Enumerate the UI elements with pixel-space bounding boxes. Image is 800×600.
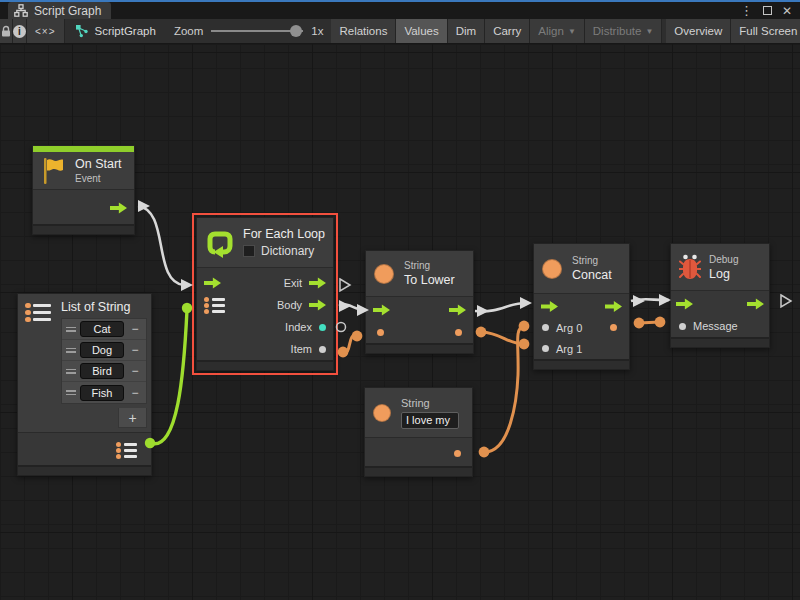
- lock-button[interactable]: [0, 19, 13, 43]
- node-ports: Message: [671, 291, 769, 337]
- string-output-port[interactable]: [455, 329, 462, 336]
- node-category: Debug: [709, 254, 738, 265]
- remove-item-button[interactable]: −: [128, 364, 142, 378]
- drag-handle-icon[interactable]: [66, 327, 76, 332]
- graph-toolbar: i <×> ScriptGraph Zoom 1x Relations V: [0, 19, 800, 44]
- string-type-icon: [373, 404, 391, 422]
- tab-title: Script Graph: [34, 4, 101, 18]
- values-button[interactable]: Values: [396, 19, 447, 43]
- node-for-each-loop[interactable]: For Each Loop Dictionary Exit: [196, 217, 334, 371]
- string-value-input[interactable]: [401, 412, 459, 429]
- remove-item-button[interactable]: −: [128, 386, 142, 400]
- item-output-port[interactable]: [319, 346, 326, 353]
- list-editor: Cat − Dog − Bird −: [61, 318, 147, 404]
- list-output-port[interactable]: [116, 440, 137, 461]
- flow-output-port[interactable]: [110, 202, 127, 214]
- zoom-control: Zoom 1x: [166, 19, 332, 43]
- add-item-button[interactable]: +: [118, 408, 147, 428]
- node-header: String To Lower: [366, 251, 473, 297]
- zoom-slider[interactable]: [211, 25, 303, 37]
- node-debug-log[interactable]: Debug Log Message: [670, 243, 770, 348]
- toolbar-toggles: Relations Values Dim Carry Align ▼ Distr…: [331, 19, 800, 43]
- list-input-port[interactable]: [204, 295, 225, 316]
- string-output-port[interactable]: [454, 450, 461, 457]
- flag-icon: [41, 156, 65, 186]
- node-string-concat[interactable]: String Concat Arg 0 Arg 1: [533, 243, 630, 370]
- node-ports: [33, 190, 134, 224]
- window-controls: ⋮ ✕: [740, 2, 800, 19]
- flow-input-port[interactable]: [541, 301, 558, 313]
- node-string-literal[interactable]: String: [364, 387, 473, 477]
- exit-output-port[interactable]: [309, 277, 326, 289]
- list-item-field[interactable]: Cat: [80, 321, 124, 337]
- inspect-button[interactable]: i: [13, 19, 27, 43]
- list-icon: [24, 300, 51, 325]
- dim-button[interactable]: Dim: [448, 19, 485, 43]
- list-item-row: Bird −: [62, 361, 146, 382]
- port-label: Arg 1: [556, 343, 582, 355]
- flow-output-port[interactable]: [605, 301, 622, 313]
- carry-button[interactable]: Carry: [485, 19, 530, 43]
- node-ports: [365, 438, 472, 466]
- string-type-icon: [542, 259, 562, 279]
- port-label: Arg 0: [556, 322, 582, 334]
- node-list-of-string[interactable]: List of String Cat − Dog −: [17, 293, 152, 476]
- node-footer: [33, 224, 134, 234]
- unconnected-exit-marker: [340, 279, 350, 291]
- node-title: To Lower: [404, 273, 455, 287]
- node-on-start[interactable]: On Start Event: [32, 145, 135, 235]
- message-input-port[interactable]: [679, 323, 686, 330]
- wire-onstart-to-foreach: [138, 200, 193, 291]
- graph-tab-icon: [14, 4, 28, 17]
- result-output-port[interactable]: [610, 324, 617, 331]
- zoom-slider-thumb[interactable]: [290, 25, 302, 37]
- node-header: List of String Cat − Dog −: [18, 294, 151, 433]
- arg1-input-port[interactable]: [542, 345, 549, 352]
- align-dropdown[interactable]: Align ▼: [530, 19, 585, 43]
- node-category: String: [572, 255, 612, 266]
- node-string-to-lower[interactable]: String To Lower: [365, 250, 474, 354]
- list-item-row: Cat −: [62, 319, 146, 340]
- script-graph-icon: [75, 24, 89, 38]
- list-item-field[interactable]: Fish: [80, 385, 124, 401]
- drag-handle-icon[interactable]: [66, 369, 76, 374]
- body-output-port[interactable]: [309, 299, 326, 311]
- tab-script-graph[interactable]: Script Graph: [8, 2, 111, 19]
- list-item-field[interactable]: Dog: [80, 342, 124, 358]
- index-output-port[interactable]: [319, 324, 326, 331]
- dictionary-checkbox[interactable]: [243, 245, 255, 257]
- drag-handle-icon[interactable]: [66, 390, 76, 395]
- port-label: Exit: [284, 277, 302, 289]
- graph-canvas[interactable]: On Start Event List of String: [0, 44, 800, 600]
- flow-input-port[interactable]: [204, 277, 221, 289]
- node-header: String: [365, 388, 472, 438]
- relations-button[interactable]: Relations: [331, 19, 396, 43]
- graph-reference[interactable]: ScriptGraph: [65, 19, 166, 43]
- string-input-port[interactable]: [377, 329, 384, 336]
- flow-input-port[interactable]: [373, 304, 390, 316]
- close-icon[interactable]: ✕: [782, 5, 792, 17]
- drag-handle-icon[interactable]: [66, 348, 76, 353]
- arg0-input-port[interactable]: [542, 324, 549, 331]
- window-menu-icon[interactable]: ⋮: [740, 4, 753, 17]
- node-header: Debug Log: [671, 244, 769, 291]
- titlebar: Script Graph ⋮ ✕: [0, 2, 800, 19]
- flow-input-port[interactable]: [676, 298, 693, 310]
- chevron-down-icon: ▼: [645, 27, 653, 36]
- maximize-icon[interactable]: [763, 6, 772, 15]
- remove-item-button[interactable]: −: [128, 322, 142, 336]
- zoom-value: 1x: [311, 25, 323, 37]
- loop-icon: [205, 228, 235, 258]
- focus-highlight-line: [0, 0, 800, 2]
- node-header: String Concat: [534, 244, 629, 294]
- node-title: List of String: [61, 300, 145, 314]
- code-view-button[interactable]: <×>: [27, 19, 65, 43]
- flow-output-port[interactable]: [449, 304, 466, 316]
- full-screen-button[interactable]: Full Screen: [731, 19, 800, 43]
- distribute-dropdown[interactable]: Distribute ▼: [585, 19, 663, 43]
- remove-item-button[interactable]: −: [128, 343, 142, 357]
- node-footer: [365, 466, 472, 476]
- flow-output-port[interactable]: [747, 298, 764, 310]
- list-item-field[interactable]: Bird: [80, 363, 124, 379]
- overview-button[interactable]: Overview: [666, 19, 731, 43]
